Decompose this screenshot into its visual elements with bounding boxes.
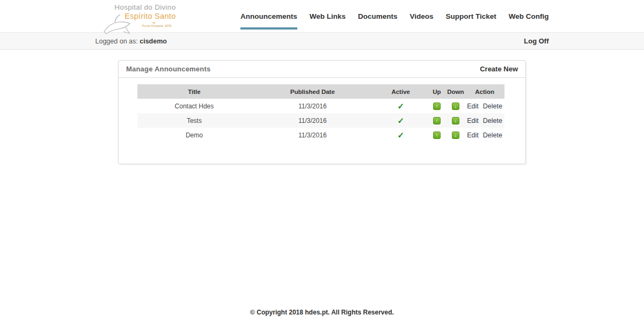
cell-published-date: 11/3/2016	[251, 113, 374, 128]
top-header: Hospital do Divino Espírito Santo de Pon…	[0, 0, 644, 32]
copyright-footer: © Copyright 2018 hdes.pt. All Rights Res…	[0, 309, 644, 316]
edit-link[interactable]: Edit	[467, 131, 479, 139]
table-row: Demo 11/3/2016 ✓ ↑ ↓ EditDelete	[137, 128, 504, 142]
nav-item-support-ticket[interactable]: Support Ticket	[445, 12, 496, 30]
delete-link[interactable]: Delete	[483, 117, 502, 125]
manage-announcements-panel: Manage Announcements Create New Title Pu…	[118, 60, 526, 164]
arrow-down-icon[interactable]: ↓	[452, 117, 459, 125]
panel-body: Title Published Date Active Up Down Acti…	[119, 78, 525, 164]
delete-link[interactable]: Delete	[483, 103, 502, 110]
column-header-up: Up	[428, 84, 447, 99]
arrow-up-icon[interactable]: ↑	[433, 103, 441, 110]
user-bar: Logged on as: cisdemo Log Off	[0, 32, 644, 50]
arrow-up-icon[interactable]: ↑	[433, 131, 441, 139]
dove-logo-icon	[102, 14, 135, 35]
column-header-title: Title	[137, 84, 251, 99]
column-header-published-date: Published Date	[251, 84, 374, 99]
cell-title: Contact Hdes	[137, 99, 251, 113]
cell-published-date: 11/3/2016	[251, 128, 374, 142]
announcements-table: Title Published Date Active Up Down Acti…	[137, 84, 504, 142]
nav-item-web-links[interactable]: Web Links	[310, 12, 346, 30]
table-header-row: Title Published Date Active Up Down Acti…	[137, 84, 504, 99]
logged-on-prefix: Logged on as:	[96, 38, 140, 45]
table-row: Tests 11/3/2016 ✓ ↑ ↓ EditDelete	[137, 113, 504, 128]
check-icon: ✓	[397, 116, 404, 125]
edit-link[interactable]: Edit	[467, 117, 479, 125]
column-header-action: Action	[465, 84, 504, 99]
cell-published-date: 11/3/2016	[251, 99, 374, 113]
check-icon: ✓	[397, 130, 404, 140]
create-new-button[interactable]: Create New	[480, 65, 518, 73]
cell-title: Tests	[137, 113, 251, 128]
panel-title: Manage Announcements	[126, 65, 210, 73]
arrow-down-icon[interactable]: ↓	[452, 131, 459, 139]
column-header-active: Active	[374, 84, 428, 99]
logged-on-text: Logged on as: cisdemo	[96, 38, 167, 45]
cell-title: Demo	[137, 128, 251, 142]
column-header-down: Down	[446, 84, 465, 99]
logo-text-line1: Hospital do Divino	[96, 3, 176, 11]
table-row: Contact Hdes 11/3/2016 ✓ ↑ ↓ EditDelete	[137, 99, 504, 113]
edit-link[interactable]: Edit	[467, 103, 479, 110]
main-nav: Announcements Web Links Documents Videos…	[228, 0, 549, 30]
arrow-up-icon[interactable]: ↑	[433, 117, 441, 125]
nav-item-web-config[interactable]: Web Config	[509, 12, 549, 30]
nav-item-announcements[interactable]: Announcements	[240, 12, 297, 30]
hospital-logo: Hospital do Divino Espírito Santo de Pon…	[96, 0, 176, 27]
delete-link[interactable]: Delete	[483, 131, 502, 139]
panel-header: Manage Announcements Create New	[119, 61, 525, 78]
logged-on-username: cisdemo	[140, 38, 167, 45]
log-off-button[interactable]: Log Off	[524, 37, 548, 45]
nav-item-videos[interactable]: Videos	[409, 12, 433, 30]
arrow-down-icon[interactable]: ↓	[452, 103, 459, 110]
check-icon: ✓	[397, 101, 404, 111]
nav-item-documents[interactable]: Documents	[358, 12, 398, 30]
